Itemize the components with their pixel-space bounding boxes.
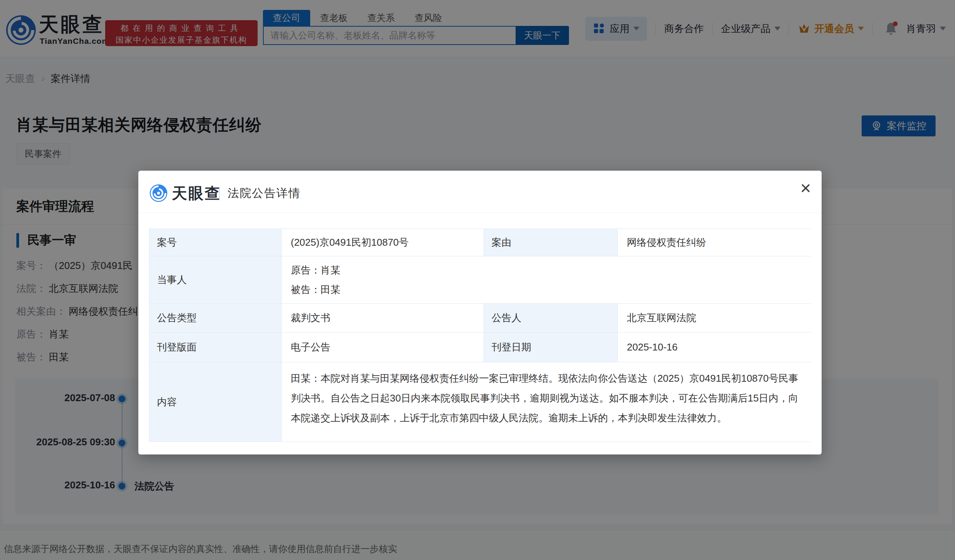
tianyancha-logo-text: 天眼查 bbox=[172, 184, 221, 202]
modal-header-divider bbox=[219, 187, 220, 200]
table-label-publication-date: 刊登日期 bbox=[484, 333, 618, 362]
modal-title: 法院公告详情 bbox=[228, 184, 301, 202]
table-value-publication-page: 电子公告 bbox=[282, 333, 484, 362]
close-icon[interactable]: × bbox=[800, 179, 811, 197]
party-defendant: 被告：田某 bbox=[291, 283, 340, 296]
announcement-content-text: 田某：本院对肖某与田某网络侵权责任纠纷一案已审理终结。现依法向你公告送达（202… bbox=[291, 362, 802, 428]
modal-header-line bbox=[138, 213, 822, 213]
table-label-announcement-type: 公告类型 bbox=[149, 304, 282, 333]
table-label-announcer: 公告人 bbox=[484, 304, 618, 333]
table-value-cause: 网络侵权责任纠纷 bbox=[618, 229, 811, 256]
tianyancha-logo-icon bbox=[150, 184, 167, 202]
table-value-publication-date: 2025-10-16 bbox=[618, 333, 811, 362]
announcement-table: 案号 (2025)京0491民初10870号 案由 网络侵权责任纠纷 当事人 原… bbox=[149, 229, 811, 442]
table-label-parties: 当事人 bbox=[149, 256, 282, 304]
table-label-case-number: 案号 bbox=[149, 229, 282, 256]
table-label-publication-page: 刊登版面 bbox=[149, 333, 282, 362]
table-value-announcer: 北京互联网法院 bbox=[618, 304, 811, 333]
table-label-cause: 案由 bbox=[484, 229, 618, 256]
table-value-parties: 原告：肖某 被告：田某 bbox=[282, 256, 811, 304]
court-announcement-modal: 天眼查 法院公告详情 × 案号 (2025)京0491民初10870号 案由 网… bbox=[138, 171, 822, 454]
table-value-announcement-type: 裁判文书 bbox=[282, 304, 484, 333]
party-plaintiff: 原告：肖某 bbox=[291, 264, 340, 277]
table-label-content: 内容 bbox=[149, 362, 282, 442]
app-root: 天眼查 TianYanCha.com 都在用的商业查询工具 国家中小企业发展子基… bbox=[0, 0, 955, 560]
table-value-case-number: (2025)京0491民初10870号 bbox=[282, 229, 484, 256]
table-value-content: 田某：本院对肖某与田某网络侵权责任纠纷一案已审理终结。现依法向你公告送达（202… bbox=[282, 362, 811, 442]
